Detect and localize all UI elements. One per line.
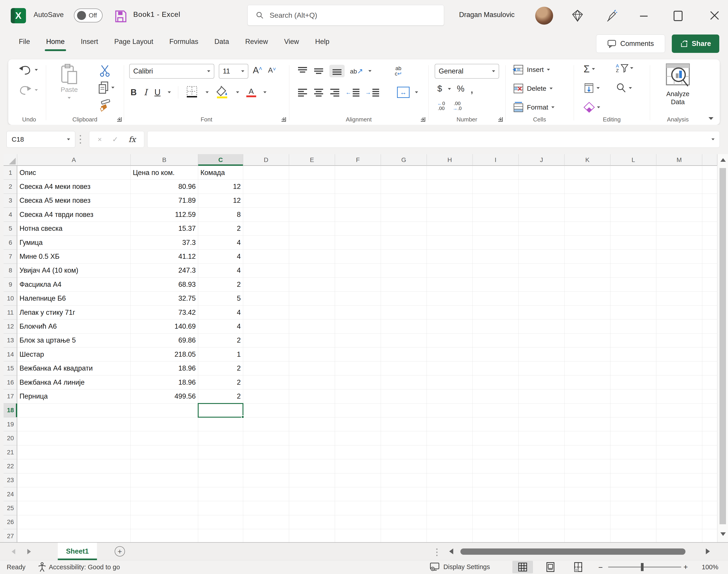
- delete-cells-button[interactable]: Delete: [512, 83, 553, 94]
- cell-K25[interactable]: [564, 501, 610, 515]
- tab-page-layout[interactable]: Page Layout: [106, 31, 161, 52]
- row-header-9[interactable]: 9: [4, 278, 17, 291]
- cell-G15[interactable]: [381, 361, 427, 375]
- cell-H15[interactable]: [427, 361, 473, 375]
- cell-J6[interactable]: [519, 236, 564, 250]
- chevron-down-icon[interactable]: [111, 87, 115, 88]
- cell-F2[interactable]: [335, 180, 381, 194]
- avatar[interactable]: [535, 7, 553, 25]
- cell-G27[interactable]: [381, 529, 427, 542]
- cell-G13[interactable]: [381, 334, 427, 347]
- zoom-slider-thumb[interactable]: [641, 563, 644, 571]
- cell-M11[interactable]: [656, 305, 702, 320]
- clear-button[interactable]: [584, 102, 600, 113]
- font-color-dropdown[interactable]: [263, 91, 266, 93]
- row-header-14[interactable]: 14: [4, 347, 17, 361]
- cell-B21[interactable]: [131, 445, 198, 459]
- cell-H12[interactable]: [427, 320, 473, 333]
- cell-N3[interactable]: [702, 194, 717, 208]
- cell-A1[interactable]: Опис: [17, 166, 131, 180]
- cell-H14[interactable]: [427, 347, 473, 361]
- align-top-button[interactable]: [297, 66, 308, 76]
- cell-G26[interactable]: [381, 515, 427, 529]
- cell-D26[interactable]: [243, 515, 289, 529]
- align-bottom-button[interactable]: [330, 65, 345, 77]
- cell-N9[interactable]: [702, 278, 717, 291]
- cell-C8[interactable]: 4: [198, 264, 243, 278]
- cell-G3[interactable]: [381, 194, 427, 208]
- cell-D20[interactable]: [243, 431, 289, 445]
- cell-D18[interactable]: [243, 404, 289, 417]
- cell-C17[interactable]: 2: [198, 390, 243, 403]
- maximize-button[interactable]: [674, 11, 683, 21]
- cell-H2[interactable]: [427, 180, 473, 194]
- cell-K20[interactable]: [564, 431, 610, 445]
- cell-C13[interactable]: 2: [198, 334, 243, 347]
- cell-K8[interactable]: [564, 264, 610, 278]
- cell-N12[interactable]: [702, 320, 717, 333]
- cell-M26[interactable]: [656, 515, 702, 529]
- cell-B3[interactable]: 71.89: [131, 194, 198, 208]
- enter-icon[interactable]: ✓: [112, 135, 118, 144]
- font-name-select[interactable]: Calibri: [129, 64, 214, 79]
- cell-B6[interactable]: 37.3: [131, 236, 198, 250]
- cell-E21[interactable]: [289, 445, 335, 459]
- cell-B12[interactable]: 140.69: [131, 320, 198, 333]
- cell-I9[interactable]: [473, 278, 519, 291]
- cell-E11[interactable]: [289, 305, 335, 320]
- chevron-down-icon[interactable]: [68, 97, 71, 99]
- cell-N21[interactable]: [702, 445, 717, 459]
- cell-G19[interactable]: [381, 417, 427, 431]
- cell-N16[interactable]: [702, 375, 717, 390]
- cell-D5[interactable]: [243, 222, 289, 236]
- cell-E6[interactable]: [289, 236, 335, 250]
- cell-J25[interactable]: [519, 501, 564, 515]
- close-button[interactable]: [710, 10, 720, 20]
- decrease-decimal-button[interactable]: .00→.0: [453, 101, 462, 111]
- cell-C9[interactable]: 2: [198, 278, 243, 291]
- cell-A15[interactable]: Вежбанка А4 квадрати: [17, 361, 131, 375]
- cell-G9[interactable]: [381, 278, 427, 291]
- cell-L25[interactable]: [610, 501, 656, 515]
- cell-D14[interactable]: [243, 347, 289, 361]
- cell-F16[interactable]: [335, 375, 381, 390]
- cell-L5[interactable]: [610, 222, 656, 236]
- cell-J2[interactable]: [519, 180, 564, 194]
- column-header-A[interactable]: A: [17, 154, 131, 166]
- cell-L16[interactable]: [610, 375, 656, 390]
- cell-N27[interactable]: [702, 529, 717, 542]
- comments-button[interactable]: Comments: [596, 35, 665, 53]
- cell-F19[interactable]: [335, 417, 381, 431]
- cell-M1[interactable]: [656, 166, 702, 180]
- cell-E25[interactable]: [289, 501, 335, 515]
- cell-N1[interactable]: [702, 166, 717, 180]
- row-header-4[interactable]: 4: [4, 208, 17, 221]
- cell-B15[interactable]: 18.96: [131, 361, 198, 375]
- cell-H17[interactable]: [427, 390, 473, 403]
- find-select-button[interactable]: [616, 83, 632, 93]
- cell-A27[interactable]: [17, 529, 131, 542]
- cell-K12[interactable]: [564, 320, 610, 333]
- cell-L22[interactable]: [610, 459, 656, 473]
- row-header-25[interactable]: 25: [4, 501, 17, 515]
- cell-B9[interactable]: 68.93: [131, 278, 198, 291]
- expand-formula-bar-icon[interactable]: [712, 138, 715, 140]
- cell-A6[interactable]: Гумица: [17, 236, 131, 250]
- cell-I13[interactable]: [473, 334, 519, 347]
- cell-D4[interactable]: [243, 208, 289, 221]
- column-header-C[interactable]: C: [198, 154, 243, 166]
- row-header-3[interactable]: 3: [4, 194, 17, 208]
- cell-B22[interactable]: [131, 459, 198, 473]
- column-header-L[interactable]: L: [610, 154, 656, 166]
- display-settings-button[interactable]: Display Settings: [429, 562, 490, 572]
- cell-A2[interactable]: Свеска А4 меки повез: [17, 180, 131, 194]
- cell-E22[interactable]: [289, 459, 335, 473]
- column-header-K[interactable]: K: [564, 154, 610, 166]
- cell-N17[interactable]: [702, 390, 717, 403]
- cell-G4[interactable]: [381, 208, 427, 221]
- cell-G20[interactable]: [381, 431, 427, 445]
- cell-M10[interactable]: [656, 292, 702, 305]
- cell-L11[interactable]: [610, 305, 656, 320]
- cell-B23[interactable]: [131, 474, 198, 487]
- cell-B20[interactable]: [131, 431, 198, 445]
